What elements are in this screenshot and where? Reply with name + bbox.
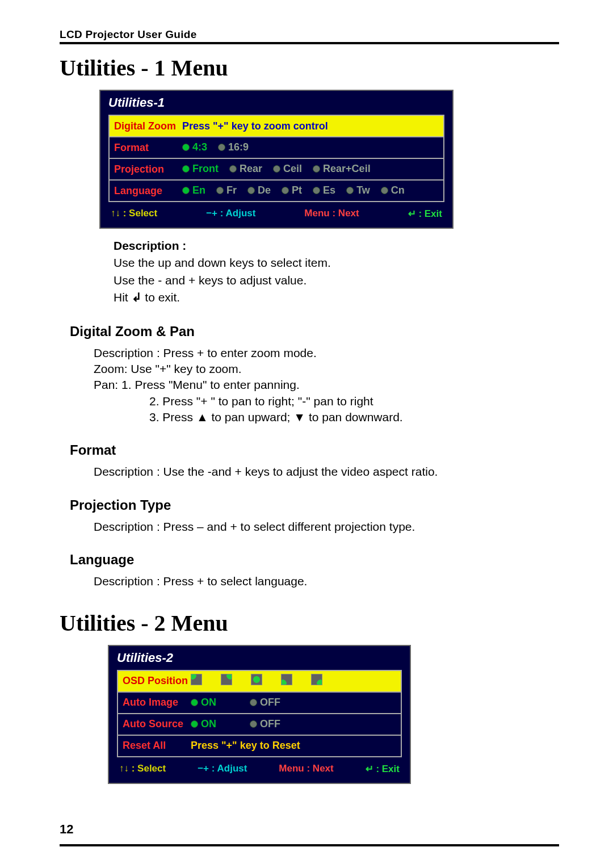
osd2-reset-value: Press "+" key to Reset (191, 740, 396, 752)
page-number: 12 (60, 822, 73, 837)
lang-opt-es[interactable]: Es (313, 184, 335, 196)
footer-select: ↑↓ : Select (111, 208, 157, 220)
osd2-row-osd-position[interactable]: OSD Position (118, 671, 401, 693)
description-heading: Description : (114, 239, 186, 252)
radio-icon (381, 187, 388, 194)
osd1-title: Utilities-1 (100, 91, 452, 115)
radio-icon (218, 144, 225, 151)
projection-type-body: Description : Press – and + to select di… (94, 519, 559, 535)
osd1-row-projection[interactable]: Projection Front Rear Ceil Rear+Ceil (110, 159, 443, 181)
osd2-title: Utilities-2 (109, 646, 410, 670)
radio-icon (216, 187, 224, 194)
footer-exit: ↵ : Exit (366, 763, 400, 775)
format-opt-16-9[interactable]: 16:9 (218, 141, 249, 153)
osd-position-top-right[interactable] (221, 674, 232, 685)
radio-icon (191, 720, 198, 728)
osd2-row-auto-image[interactable]: Auto Image ON OFF (118, 693, 401, 714)
heading-projection-type: Projection Type (70, 497, 559, 513)
dzpan-line-2: Zoom: Use "+" key to zoom. (94, 361, 559, 377)
lang-opt-en[interactable]: En (182, 184, 205, 196)
osd2-row-auto-source[interactable]: Auto Source ON OFF (118, 714, 401, 736)
projection-opt-rear-ceil[interactable]: Rear+Ceil (313, 163, 371, 175)
footer-adjust: −+ : Adjust (198, 763, 247, 775)
osd1-body: Digital Zoom Press "+" key to zoom contr… (108, 115, 444, 202)
format-body: Description : Use the -and + keys to adj… (94, 464, 559, 480)
radio-icon (282, 187, 289, 194)
osd1-footer: ↑↓ : Select −+ : Adjust Menu : Next ↵ : … (100, 202, 452, 228)
dzpan-line-5: 3. Press ▲ to pan upward; ▼ to pan downw… (149, 409, 559, 425)
footer-adjust: −+ : Adjust (206, 208, 255, 220)
auto-image-on[interactable]: ON (191, 697, 216, 708)
dzpan-line-1: Description : Press + to enter zoom mode… (94, 345, 559, 361)
radio-icon (182, 165, 190, 173)
language-body: Description : Press + to select language… (94, 573, 559, 589)
description-block: Description : Use the up and down keys t… (114, 237, 559, 307)
heading-language: Language (70, 552, 559, 568)
osd2-reset-label: Reset All (123, 740, 191, 752)
osd-utilities-2: Utilities-2 OSD Position Auto Image ON O… (108, 645, 411, 784)
dzpan-line-3: Pan: 1. Press "Menu" to enter panning. (94, 377, 559, 393)
lang-opt-pt[interactable]: Pt (282, 184, 302, 196)
osd-position-bottom-right[interactable] (311, 674, 322, 685)
running-header: LCD Projector User Guide (60, 28, 559, 44)
osd1-row-format[interactable]: Format 4:3 16:9 (110, 137, 443, 159)
auto-source-on[interactable]: ON (191, 718, 216, 730)
radio-icon (313, 187, 320, 194)
radio-icon (250, 720, 257, 728)
osd2-body: OSD Position Auto Image ON OFF Auto Sour… (117, 670, 402, 757)
osd-utilities-1: Utilities-1 Digital Zoom Press "+" key t… (99, 90, 454, 229)
osd2-row-reset-all[interactable]: Reset All Press "+" key to Reset (118, 736, 401, 756)
dzpan-line-4: 2. Press "+ " to pan to right; "-" pan t… (149, 393, 559, 409)
description-line-2: Use the - and + keys to adjust value. (114, 272, 559, 289)
footer-select: ↑↓ : Select (119, 763, 166, 775)
osd1-row-digital-zoom[interactable]: Digital Zoom Press "+" key to zoom contr… (110, 116, 443, 137)
osd1-row-language[interactable]: Language En Fr De Pt Es Tw Cn (110, 181, 443, 201)
up-arrow-icon: ▲ (196, 410, 208, 423)
lang-opt-de[interactable]: De (247, 184, 271, 196)
auto-source-off[interactable]: OFF (250, 718, 280, 730)
projection-opt-front[interactable]: Front (182, 163, 219, 175)
osd2-auto-source-label: Auto Source (123, 718, 191, 730)
osd-position-top-left[interactable] (191, 674, 202, 685)
page-bottom-rule (60, 844, 559, 846)
osd2-pos-label: OSD Position (123, 675, 191, 687)
radio-icon (346, 187, 354, 194)
heading-format: Format (70, 442, 559, 458)
osd-position-bottom-left[interactable] (281, 674, 292, 685)
projection-opt-rear[interactable]: Rear (229, 163, 262, 175)
enter-icon: ↲ (132, 291, 142, 304)
down-arrow-icon: ▼ (293, 410, 305, 423)
radio-icon (182, 144, 190, 151)
radio-icon (247, 187, 255, 194)
heading-digital-zoom-pan: Digital Zoom & Pan (70, 324, 559, 339)
dzpan-body: Description : Press + to enter zoom mode… (94, 345, 559, 426)
footer-next: Menu : Next (279, 763, 333, 775)
auto-image-off[interactable]: OFF (250, 697, 280, 708)
section-title-utilities-2: Utilities - 2 Menu (60, 610, 559, 636)
radio-icon (250, 699, 257, 706)
description-line-1: Use the up and down keys to select item. (114, 254, 559, 271)
radio-icon (313, 165, 320, 173)
footer-next: Menu : Next (304, 208, 359, 220)
format-opt-4-3[interactable]: 4:3 (182, 141, 207, 153)
lang-opt-cn[interactable]: Cn (381, 184, 405, 196)
lang-opt-fr[interactable]: Fr (216, 184, 237, 196)
radio-icon (273, 165, 280, 173)
osd2-auto-image-label: Auto Image (123, 697, 191, 708)
radio-icon (182, 187, 190, 194)
osd1-language-label: Language (114, 185, 182, 197)
projection-opt-ceil[interactable]: Ceil (273, 163, 302, 175)
osd-position-center[interactable] (251, 674, 262, 685)
osd1-format-label: Format (114, 142, 182, 154)
radio-icon (229, 165, 237, 173)
osd1-digital-zoom-value: Press "+" key to zoom control (182, 120, 439, 132)
lang-opt-tw[interactable]: Tw (346, 184, 370, 196)
footer-exit: ↵ : Exit (408, 208, 442, 220)
description-line-3: Hit ↲ to exit. (114, 289, 559, 306)
osd1-digital-zoom-label: Digital Zoom (114, 120, 182, 132)
section-title-utilities-1: Utilities - 1 Menu (60, 54, 559, 81)
osd1-projection-label: Projection (114, 163, 182, 175)
osd2-footer: ↑↓ : Select −+ : Adjust Menu : Next ↵ : … (109, 757, 410, 783)
radio-icon (191, 699, 198, 706)
